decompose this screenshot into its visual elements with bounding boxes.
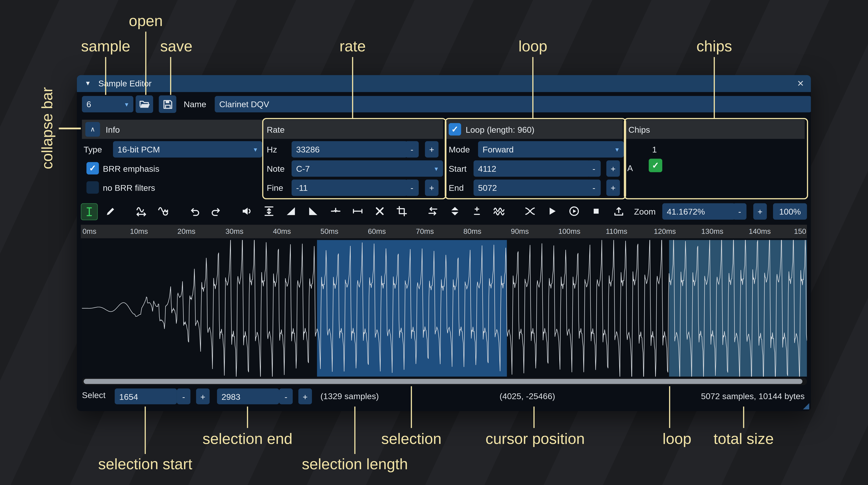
reverse-arrows-icon: [427, 205, 438, 217]
resize-grip[interactable]: [803, 403, 809, 409]
selection-end-plus-button[interactable]: +: [299, 389, 312, 405]
fade-in-button[interactable]: [283, 203, 299, 219]
ruler-tick: 100ms: [558, 227, 580, 235]
selection-end-value: 2983: [221, 391, 241, 401]
normalize-icon: [264, 205, 275, 217]
upload-icon: [613, 205, 624, 217]
annotation-selection-end-label: selection end: [203, 430, 292, 448]
amplify-button[interactable]: [239, 203, 255, 219]
silence-line-icon: [352, 205, 363, 217]
window-collapse-icon[interactable]: ▼: [85, 79, 91, 86]
annotation-open-line: [145, 32, 147, 95]
annotation-selection-start-label: selection start: [98, 456, 192, 473]
selection-start-input[interactable]: 1654: [115, 389, 177, 405]
sign-button[interactable]: [469, 203, 485, 219]
ruler-tick: 140ms: [749, 227, 771, 235]
annotation-loop-bottom-label: loop: [663, 430, 691, 448]
fade-out-button[interactable]: [305, 203, 321, 219]
selection-length-text: (1329 samples): [320, 389, 379, 405]
annotation-chips-line: [714, 57, 715, 119]
make-wavetable-button[interactable]: [611, 203, 627, 219]
loop-region[interactable]: [669, 240, 807, 377]
invert-icon: [449, 205, 461, 217]
selection-start-plus-button[interactable]: +: [196, 389, 210, 405]
select-label: Select: [82, 387, 105, 403]
zoom-input[interactable]: 41.1672%: [662, 203, 735, 220]
crossfade-button[interactable]: [522, 203, 538, 219]
name-label: Name: [184, 96, 206, 112]
normalize-button[interactable]: [261, 203, 277, 219]
resize-button[interactable]: [133, 203, 149, 219]
selection-region[interactable]: [317, 240, 507, 377]
waveform-view[interactable]: [82, 240, 807, 377]
waveform-scrollbar[interactable]: [82, 378, 807, 385]
info-header-label: Info: [106, 125, 120, 134]
annotation-selection-length-label: selection length: [302, 456, 408, 473]
cursor-position-text: (4025, -25466): [500, 389, 555, 405]
annotation-cursor-position-label: cursor position: [486, 430, 585, 448]
redo-button[interactable]: [209, 203, 224, 219]
invert-button[interactable]: [447, 203, 463, 219]
collapse-bar-button[interactable]: ∧: [85, 122, 100, 137]
stop-button[interactable]: [588, 203, 604, 219]
annotation-selection-end-line: [247, 407, 248, 428]
selection-start-value: 1654: [119, 391, 138, 401]
fade-in-icon: [285, 205, 297, 217]
scrollbar-thumb[interactable]: [84, 379, 802, 384]
ruler-tick: 80ms: [463, 227, 482, 235]
ruler-tick: 10ms: [130, 227, 148, 235]
annotation-rate-line: [352, 57, 353, 119]
selection-end-input[interactable]: 2983: [217, 389, 279, 405]
apply-silence-button[interactable]: [350, 203, 366, 219]
resample-button[interactable]: [155, 203, 171, 219]
sample-select[interactable]: 6 ▼: [82, 96, 133, 112]
type-label: Type: [84, 141, 102, 158]
insert-silence-button[interactable]: [328, 203, 344, 219]
selection-end-minus-button[interactable]: -: [279, 389, 293, 405]
ruler-tick: 90ms: [511, 227, 529, 235]
filter-button[interactable]: [491, 203, 507, 219]
brr-emphasis-checkbox[interactable]: ✓: [87, 162, 99, 174]
titlebar[interactable]: ▼ Sample Editor ✕: [77, 75, 811, 92]
type-select[interactable]: 16-bit PCM ▼: [113, 141, 262, 158]
ruler-tick: 20ms: [178, 227, 195, 235]
zoom-minus-button[interactable]: -: [733, 203, 746, 220]
ruler-tick: 150: [794, 227, 806, 235]
redo-icon: [211, 205, 222, 217]
annotation-selection-length-line: [354, 407, 355, 454]
zoom-reset-button[interactable]: 100%: [773, 203, 807, 220]
total-size-text: 5072 samples, 10144 bytes: [681, 389, 805, 405]
annotation-sample-label: sample: [81, 38, 130, 55]
close-icon[interactable]: ✕: [797, 78, 804, 89]
open-folder-icon: [139, 99, 150, 110]
ruler-tick: 60ms: [368, 227, 386, 235]
annotation-loop-top-label: loop: [518, 38, 547, 55]
preview-button[interactable]: [544, 203, 560, 219]
selection-start-minus-button[interactable]: -: [177, 389, 190, 405]
save-button[interactable]: [159, 95, 176, 113]
edit-select-button[interactable]: [81, 203, 98, 220]
stop-square-icon: [591, 205, 602, 217]
annotation-loop-top-line: [532, 57, 534, 119]
undo-icon: [189, 205, 200, 217]
timeline-ruler[interactable]: 0ms 10ms 20ms 30ms 40ms 50ms 60ms 70ms 8…: [81, 225, 807, 238]
reverse-button[interactable]: [425, 203, 441, 219]
zoom-plus-button[interactable]: +: [753, 203, 767, 220]
undo-button[interactable]: [186, 203, 202, 219]
delete-button[interactable]: [372, 203, 388, 219]
type-select-value: 16-bit PCM: [118, 144, 160, 154]
no-brr-filters-label: no BRR filters: [103, 180, 155, 196]
chevron-down-icon: ▼: [253, 146, 258, 153]
annotation-selection-start-line: [145, 407, 146, 454]
annotation-collapse-bar-label: collapse bar: [39, 87, 56, 169]
fade-out-icon: [307, 205, 319, 217]
name-input[interactable]: Clarinet DQV: [215, 96, 811, 112]
name-input-value: Clarinet DQV: [219, 99, 269, 109]
speaker-icon: [241, 205, 253, 217]
ruler-tick: 50ms: [320, 227, 339, 235]
no-brr-filters-checkbox[interactable]: [87, 181, 99, 194]
open-button[interactable]: [135, 95, 153, 113]
trim-button[interactable]: [394, 203, 410, 219]
play-button[interactable]: [566, 203, 582, 219]
draw-button[interactable]: [103, 203, 119, 219]
